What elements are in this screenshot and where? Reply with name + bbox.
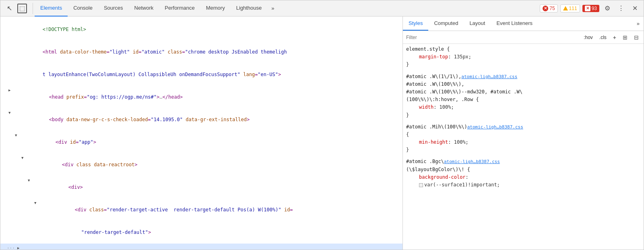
css-file-link[interactable]: atomic-ligh…b8387.css [461,73,517,81]
css-property-line[interactable]: width: 100%; [406,103,640,111]
toolbar: ↖ ⬚ Elements Console Sources Network Per… [0,0,644,17]
more-styles-tabs[interactable]: » [633,17,644,31]
styles-filter-input[interactable] [406,35,579,40]
inspect-element-style-button[interactable]: ⊟ [632,33,640,41]
expand-arrow[interactable] [17,244,23,250]
color-swatch [419,183,423,187]
filter-cls-button[interactable]: .cls [598,34,608,41]
close-devtools-button[interactable]: ✕ [629,3,640,14]
tab-lighthouse[interactable]: Lighthouse [231,0,268,17]
selected-dom-line: ... <div class="Bgc($bg-body) Mih(100%) … [0,244,402,250]
dom-line: <html data-color-theme="light" id="atomi… [0,41,402,63]
new-rule-icon: ⊞ [623,34,627,41]
doctype-text: <!DOCTYPE html> [43,27,86,32]
tab-computed[interactable]: Computed [428,17,464,31]
dom-line: <!DOCTYPE html> [0,18,402,41]
css-property: min-height [419,139,448,145]
css-value: var(--surface1) [424,182,468,188]
error-badge[interactable]: ✕ 75 [540,4,557,12]
dom-line: <body data-new-gr-c-s-check-loaded="14.1… [0,108,402,131]
css-property-line[interactable]: min-height: 100%; [406,138,640,146]
css-selector-cont: (\$layoutBgColor\)\! { [406,166,640,174]
css-selector: element.style { [406,45,450,53]
css-file-link[interactable]: atomic-ligh…b8387.css [467,124,523,131]
css-property: width [419,104,433,110]
css-close-brace: } [406,61,640,68]
css-block-atomic-mih: #atomic .Mih\(100\%\) atomic-ligh…b8387.… [406,123,640,154]
dom-line: t layoutEnhance(TwoColumnLayout) Collaps… [0,63,402,86]
dom-line: <div> [0,176,402,198]
tab-elements[interactable]: Elements [35,0,68,17]
css-selector-cont: #atomic .W\(100\%\), [406,81,640,88]
toolbar-tabs: Elements Console Sources Network Perform… [35,0,279,17]
dom-line: <div class="render-target-active render-… [0,198,402,221]
css-close-brace: } [406,146,640,154]
css-property-line[interactable]: margin-top: 135px; [406,53,640,61]
expand-arrow[interactable] [8,86,14,93]
issue-icon: ✕ [585,6,590,11]
expand-arrow[interactable] [8,109,14,116]
dom-content[interactable]: <!DOCTYPE html> <html data-color-theme="… [0,17,402,250]
tab-memory[interactable]: Memory [200,0,231,17]
css-brace-line: { [406,131,640,138]
expand-arrow[interactable] [21,154,27,161]
styles-tabs: Styles Computed Layout Event Listeners » [403,17,644,31]
css-close-brace: } [406,112,640,119]
styles-content[interactable]: element.style { margin-top: 135px; } #at… [403,44,644,250]
dom-panel: <!DOCTYPE html> <html data-color-theme="… [0,17,403,250]
css-value: 100% [440,104,451,110]
styles-panel: Styles Computed Layout Event Listeners »… [403,17,644,250]
css-selector-line: #atomic .Bgc\ atomic-ligh…b8387.css [406,158,640,165]
new-style-rule-button[interactable]: ⊞ [621,33,629,41]
gear-icon: ⚙ [605,4,610,12]
css-selector: #atomic .W\(1\/1\), [406,73,461,81]
css-value-line[interactable]: var(--surface1)!important; [406,181,640,189]
error-icon: ✕ [543,6,548,11]
toolbar-icons: ↖ ⬚ [4,3,33,14]
css-selector-line: element.style { [406,45,640,53]
warning-count: 111 [569,6,577,11]
css-value: 135px [454,54,469,60]
device-icon: ⬚ [17,4,27,13]
main-area: <!DOCTYPE html> <html data-color-theme="… [0,17,644,250]
css-block-element-style: element.style { margin-top: 135px; } [406,45,640,69]
css-property: margin-top [419,54,448,60]
dom-line: "render-target-default"> [0,221,402,244]
css-selector-line: #atomic .W\(1\/1\), atomic-ligh…b8387.cs… [406,73,640,81]
styles-filter-bar: :hov .cls + ⊞ ⊟ [403,31,644,44]
inspect-style-icon: ⊟ [634,34,639,41]
tab-event-listeners[interactable]: Event Listeners [491,17,538,31]
tab-styles[interactable]: Styles [403,17,428,31]
more-tabs-button[interactable]: » [267,0,278,17]
settings-button[interactable]: ⚙ [602,3,613,14]
expand-arrow[interactable] [28,176,33,184]
three-dots[interactable]: ... [7,244,15,250]
device-toggle-button[interactable]: ⬚ [17,3,28,14]
warning-badge[interactable]: 111 [560,4,580,12]
expand-arrow[interactable] [15,131,21,138]
css-file-link[interactable]: atomic-ligh…b8387.css [444,158,500,165]
close-icon: ✕ [632,4,638,12]
tab-layout[interactable]: Layout [464,17,491,31]
filter-hov-button[interactable]: :hov [582,34,594,41]
error-count: 75 [549,6,555,11]
expand-arrow[interactable] [34,199,40,206]
tab-network[interactable]: Network [129,0,159,17]
filter-plus-button[interactable]: + [611,33,618,41]
tab-console[interactable]: Console [68,0,98,17]
more-options-button[interactable]: ⋮ [615,3,627,14]
css-property-line[interactable]: background-color: [406,174,640,181]
tab-sources[interactable]: Sources [98,0,129,17]
more-icon: ⋮ [618,4,624,12]
css-selector-cont: (100\%\)\:h:hover, .Row { [406,96,640,103]
toolbar-right: ✕ 75 111 ✕ 93 ⚙ ⋮ ✕ [540,3,640,14]
tab-performance[interactable]: Performance [159,0,200,17]
dom-line: <div id="app"> [0,131,402,153]
devtools-root: ↖ ⬚ Elements Console Sources Network Per… [0,0,644,250]
css-selector: #atomic .Bgc\ [406,158,444,165]
css-value: 100% [454,139,466,145]
css-selector-line: #atomic .Mih\(100\%\) atomic-ligh…b8387.… [406,123,640,131]
issue-badge[interactable]: ✕ 93 [582,5,599,12]
cursor-tool-button[interactable]: ↖ [4,3,15,14]
cursor-icon: ↖ [7,4,12,12]
